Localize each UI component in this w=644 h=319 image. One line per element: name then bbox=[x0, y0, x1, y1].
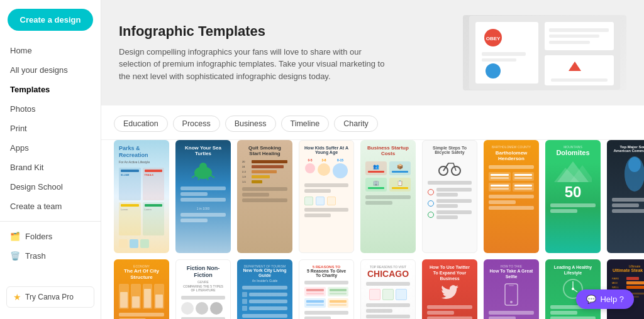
sidebar-item-templates[interactable]: Templates bbox=[0, 80, 101, 99]
card-title: 5 Reasons To Give To Charity bbox=[304, 269, 348, 278]
sidebar-item-print[interactable]: Print bbox=[0, 119, 101, 138]
svg-line-17 bbox=[211, 175, 214, 178]
template-card-dolomites[interactable]: MOUNTAINS Dolomites 50 bbox=[545, 140, 601, 253]
card-map bbox=[612, 155, 644, 195]
card-icons-row bbox=[304, 197, 348, 205]
card-icons-grid: 👥 📦 🏢 📋 bbox=[365, 161, 411, 192]
help-button[interactable]: 💬 Help ? bbox=[576, 289, 634, 309]
template-card-city[interactable]: ECONOMY The Art Of City Structure bbox=[114, 259, 169, 319]
svg-line-18 bbox=[198, 178, 199, 180]
card-phone-icon bbox=[489, 283, 534, 308]
main-content: Infographic Templates Design compelling … bbox=[101, 0, 644, 319]
filter-charity[interactable]: Charity bbox=[334, 116, 378, 132]
card-subtitle: For An Active Lifestyle bbox=[119, 160, 164, 164]
svg-rect-4 bbox=[482, 52, 526, 56]
card-title: Dolomites bbox=[550, 149, 596, 156]
filter-timeline[interactable]: Timeline bbox=[281, 116, 330, 132]
card-title: How To Take A Great Selfie bbox=[489, 268, 534, 279]
card-stats bbox=[489, 172, 534, 192]
card-title: Ultimate Steak Guide bbox=[612, 268, 644, 273]
sidebar-item-trash[interactable]: 🗑️ Trash bbox=[0, 246, 101, 266]
sidebar-divider bbox=[0, 221, 101, 222]
card-title: New York City Living Guide bbox=[242, 268, 287, 279]
template-card-twitter[interactable]: How To Use Twitter To Expand Your Busine… bbox=[422, 259, 477, 319]
card-title: CHICAGO bbox=[366, 269, 410, 279]
template-card-turtles[interactable]: Know Your Sea Turtles 1 in 1000 bbox=[175, 140, 231, 253]
card-title: Top Major South American Commodities bbox=[612, 145, 644, 153]
template-card-fiction[interactable]: Fiction Non-Fiction GENRE COMPARING THE … bbox=[175, 259, 231, 319]
template-card-smoking[interactable]: Quit Smoking Start Healing 20 24 2-3 1-9… bbox=[237, 140, 292, 253]
svg-line-19 bbox=[207, 178, 208, 180]
svg-point-6 bbox=[486, 63, 501, 78]
sidebar-item-all-designs[interactable]: All your designs bbox=[0, 60, 101, 80]
card-icons bbox=[181, 302, 225, 315]
template-card-recreation[interactable]: Parks & Recreation For An Active Lifesty… bbox=[114, 140, 169, 253]
hero-text: Infographic Templates Design compelling … bbox=[119, 23, 389, 83]
card-age-groups: 0-5 3-8 8-15 bbox=[304, 158, 348, 180]
hero-image: OBEY bbox=[463, 15, 626, 90]
card-reasons bbox=[304, 287, 348, 308]
card-turtle-icon bbox=[180, 161, 226, 183]
card-item2 bbox=[242, 299, 287, 304]
help-icon: 💬 bbox=[586, 295, 596, 304]
hero-section: Infographic Templates Design compelling … bbox=[101, 0, 644, 105]
template-card-southam[interactable]: Top Major South American Commodities bbox=[607, 140, 644, 253]
sidebar-item-home[interactable]: Home bbox=[0, 41, 101, 60]
card-stat: 1 in 1000 bbox=[180, 207, 226, 210]
card-title: Quit Smoking Start Healing bbox=[242, 145, 287, 156]
template-card-henderson[interactable]: BARTHOLOMEW COUNTY Bartholomew Henderson bbox=[484, 140, 539, 253]
template-card-selfie[interactable]: HOW TO TAKE How To Take A Great Selfie bbox=[484, 259, 539, 319]
sidebar-item-photos[interactable]: Photos bbox=[0, 99, 101, 119]
sidebar-item-brand-kit[interactable]: Brand Kit bbox=[0, 158, 101, 177]
svg-point-29 bbox=[510, 301, 513, 303]
card-step3 bbox=[428, 210, 472, 219]
svg-point-27 bbox=[628, 157, 641, 172]
filter-bar: Education Process Business Timeline Char… bbox=[101, 105, 644, 140]
template-card-business[interactable]: Business Startup Costs 👥 📦 🏢 📋 bbox=[360, 140, 416, 253]
try-canva-label: Try Canva Pro bbox=[25, 293, 74, 301]
card-item3 bbox=[242, 306, 287, 311]
svg-line-16 bbox=[192, 175, 196, 178]
template-card-chicago[interactable]: TOP REASONS TO VISIT CHICAGO bbox=[360, 259, 416, 319]
template-card-nyc[interactable]: DEPARTMENT OF TOURISM New York City Livi… bbox=[237, 259, 292, 319]
card-title: Bartholomew Henderson bbox=[489, 150, 534, 161]
try-canva-button[interactable]: ★ Try Canva Pro bbox=[6, 286, 94, 308]
template-row-1: Parks & Recreation For An Active Lifesty… bbox=[101, 140, 644, 259]
card-mountain bbox=[550, 160, 596, 185]
card-title: Parks & Recreation bbox=[119, 145, 164, 159]
template-card-kids[interactable]: How Kids Suffer At A Young Age 0-5 3-8 8… bbox=[299, 140, 354, 253]
card-subtitle2: COMPARING THE 5 TYPES OF LITERATURE bbox=[181, 284, 225, 292]
card-icon bbox=[427, 285, 472, 301]
sidebar-item-apps[interactable]: Apps bbox=[0, 138, 101, 158]
card-step2 bbox=[428, 199, 472, 208]
template-card-bicycle[interactable]: Simple Steps To Bicycle Safety bbox=[422, 140, 477, 253]
template-card-charity[interactable]: 5 REASONS TO 5 Reasons To Give To Charit… bbox=[299, 259, 354, 319]
folder-icon: 🗂️ bbox=[10, 232, 20, 241]
card-bars: 20 24 2-3 1-9 1-5 bbox=[242, 160, 287, 183]
card-title: The Art Of City Structure bbox=[119, 268, 164, 280]
filter-education[interactable]: Education bbox=[114, 116, 168, 132]
svg-rect-8 bbox=[549, 28, 609, 32]
card-bicycle-icon bbox=[428, 158, 472, 178]
hero-infographic-svg: OBEY bbox=[469, 16, 620, 90]
hero-description: Design compelling infographics your fans… bbox=[119, 46, 389, 83]
filter-process[interactable]: Process bbox=[173, 116, 220, 132]
sidebar-item-folders[interactable]: 🗂️ Folders bbox=[0, 227, 101, 246]
card-items bbox=[366, 289, 410, 300]
svg-rect-9 bbox=[549, 35, 599, 38]
card-subtitle: GENRE bbox=[181, 280, 225, 284]
svg-rect-5 bbox=[482, 58, 516, 62]
card-number: 50 bbox=[550, 185, 596, 200]
card-title: Know Your Sea Turtles bbox=[180, 145, 226, 156]
sidebar-item-design-school[interactable]: Design School bbox=[0, 177, 101, 197]
card-title: Leading A Healthy Lifestyle bbox=[550, 264, 596, 276]
create-design-button[interactable]: Create a design bbox=[8, 9, 93, 31]
card-author: An Insider's Guide bbox=[242, 279, 287, 283]
sidebar-item-create-team[interactable]: Create a team bbox=[0, 197, 101, 216]
card-title: Simple Steps To Bicycle Safety bbox=[428, 146, 472, 154]
svg-point-15 bbox=[199, 163, 207, 170]
filter-business[interactable]: Business bbox=[225, 116, 276, 132]
template-row-2: ECONOMY The Art Of City Structure Fictio… bbox=[101, 259, 644, 319]
card-title: Business Startup Costs bbox=[365, 145, 411, 156]
card-title: How To Use Twitter To Expand Your Busine… bbox=[427, 264, 472, 281]
